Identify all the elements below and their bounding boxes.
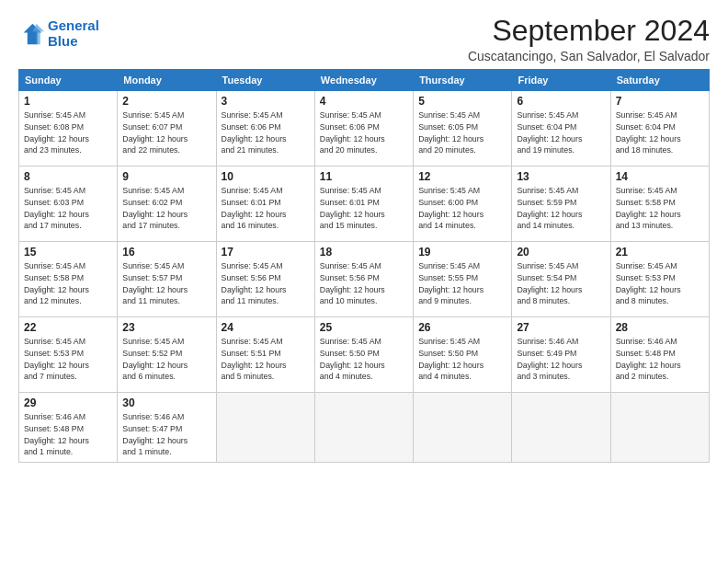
logo-icon [18, 21, 44, 47]
day-number: 3 [222, 95, 310, 108]
day-number: 29 [24, 396, 112, 409]
table-row: 14Sunrise: 5:45 AM Sunset: 5:58 PM Dayli… [610, 167, 709, 242]
logo-name: General Blue [48, 18, 99, 49]
table-row: 8Sunrise: 5:45 AM Sunset: 6:03 PM Daylig… [19, 167, 118, 242]
table-row: 5Sunrise: 5:45 AM Sunset: 6:05 PM Daylig… [414, 91, 512, 167]
table-row: 26Sunrise: 5:45 AM Sunset: 5:50 PM Dayli… [414, 317, 512, 393]
table-row: 12Sunrise: 5:45 AM Sunset: 6:00 PM Dayli… [414, 167, 512, 242]
day-number: 22 [24, 321, 112, 334]
table-row [512, 393, 610, 463]
day-info: Sunrise: 5:45 AM Sunset: 5:58 PM Dayligh… [616, 185, 704, 232]
table-row: 16Sunrise: 5:45 AM Sunset: 5:57 PM Dayli… [118, 242, 216, 317]
table-row: 28Sunrise: 5:46 AM Sunset: 5:48 PM Dayli… [610, 317, 709, 393]
day-info: Sunrise: 5:45 AM Sunset: 5:57 PM Dayligh… [122, 260, 210, 307]
table-row [216, 393, 314, 463]
table-row: 2Sunrise: 5:45 AM Sunset: 6:07 PM Daylig… [118, 91, 216, 167]
day-number: 7 [616, 95, 704, 108]
day-info: Sunrise: 5:45 AM Sunset: 5:55 PM Dayligh… [418, 260, 506, 307]
day-info: Sunrise: 5:45 AM Sunset: 6:04 PM Dayligh… [616, 109, 704, 156]
day-info: Sunrise: 5:45 AM Sunset: 5:54 PM Dayligh… [517, 260, 605, 307]
day-number: 17 [222, 246, 310, 259]
day-info: Sunrise: 5:45 AM Sunset: 6:02 PM Dayligh… [122, 185, 210, 232]
table-row: 17Sunrise: 5:45 AM Sunset: 5:56 PM Dayli… [216, 242, 314, 317]
day-number: 19 [418, 246, 506, 259]
table-row: 11Sunrise: 5:45 AM Sunset: 6:01 PM Dayli… [314, 167, 413, 242]
day-info: Sunrise: 5:45 AM Sunset: 6:04 PM Dayligh… [517, 109, 605, 156]
day-number: 26 [418, 321, 506, 334]
header: General Blue September 2024 Cuscatancing… [18, 15, 710, 63]
col-thursday: Thursday [414, 70, 512, 91]
day-number: 12 [418, 170, 506, 183]
table-row: 9Sunrise: 5:45 AM Sunset: 6:02 PM Daylig… [118, 167, 216, 242]
col-sunday: Sunday [19, 70, 118, 91]
day-info: Sunrise: 5:46 AM Sunset: 5:47 PM Dayligh… [122, 411, 210, 458]
day-info: Sunrise: 5:45 AM Sunset: 6:01 PM Dayligh… [222, 185, 310, 232]
day-number: 11 [320, 170, 408, 183]
table-row: 1Sunrise: 5:45 AM Sunset: 6:08 PM Daylig… [19, 91, 118, 167]
col-saturday: Saturday [610, 70, 709, 91]
day-number: 28 [616, 321, 704, 334]
day-number: 6 [517, 95, 605, 108]
day-info: Sunrise: 5:45 AM Sunset: 6:00 PM Dayligh… [418, 185, 506, 232]
day-number: 18 [320, 246, 408, 259]
day-info: Sunrise: 5:45 AM Sunset: 6:05 PM Dayligh… [418, 109, 506, 156]
day-info: Sunrise: 5:45 AM Sunset: 5:56 PM Dayligh… [222, 260, 310, 307]
logo: General Blue [18, 18, 99, 49]
table-row [314, 393, 413, 463]
day-number: 24 [222, 321, 310, 334]
day-number: 10 [222, 170, 310, 183]
day-info: Sunrise: 5:45 AM Sunset: 5:52 PM Dayligh… [122, 336, 210, 383]
table-row: 25Sunrise: 5:45 AM Sunset: 5:50 PM Dayli… [314, 317, 413, 393]
col-wednesday: Wednesday [314, 70, 413, 91]
day-number: 1 [24, 95, 112, 108]
day-info: Sunrise: 5:45 AM Sunset: 6:03 PM Dayligh… [24, 185, 112, 232]
day-number: 14 [616, 170, 704, 183]
table-row: 15Sunrise: 5:45 AM Sunset: 5:58 PM Dayli… [19, 242, 118, 317]
day-info: Sunrise: 5:45 AM Sunset: 5:50 PM Dayligh… [418, 336, 506, 383]
day-info: Sunrise: 5:46 AM Sunset: 5:49 PM Dayligh… [517, 336, 605, 383]
day-info: Sunrise: 5:45 AM Sunset: 6:01 PM Dayligh… [320, 185, 408, 232]
day-number: 13 [517, 170, 605, 183]
col-friday: Friday [512, 70, 610, 91]
table-row: 20Sunrise: 5:45 AM Sunset: 5:54 PM Dayli… [512, 242, 610, 317]
table-row: 29Sunrise: 5:46 AM Sunset: 5:48 PM Dayli… [19, 393, 118, 463]
table-row [414, 393, 512, 463]
day-info: Sunrise: 5:45 AM Sunset: 5:56 PM Dayligh… [320, 260, 408, 307]
day-info: Sunrise: 5:45 AM Sunset: 5:59 PM Dayligh… [517, 185, 605, 232]
table-row: 22Sunrise: 5:45 AM Sunset: 5:53 PM Dayli… [19, 317, 118, 393]
calendar-table: Sunday Monday Tuesday Wednesday Thursday… [18, 69, 710, 463]
day-number: 15 [24, 246, 112, 259]
day-number: 20 [517, 246, 605, 259]
table-row: 30Sunrise: 5:46 AM Sunset: 5:47 PM Dayli… [118, 393, 216, 463]
table-row: 19Sunrise: 5:45 AM Sunset: 5:55 PM Dayli… [414, 242, 512, 317]
header-row: Sunday Monday Tuesday Wednesday Thursday… [19, 70, 710, 91]
table-row: 13Sunrise: 5:45 AM Sunset: 5:59 PM Dayli… [512, 167, 610, 242]
day-info: Sunrise: 5:45 AM Sunset: 6:08 PM Dayligh… [24, 109, 112, 156]
day-info: Sunrise: 5:45 AM Sunset: 6:07 PM Dayligh… [122, 109, 210, 156]
day-info: Sunrise: 5:45 AM Sunset: 6:06 PM Dayligh… [320, 109, 408, 156]
month-title: September 2024 [468, 15, 710, 47]
table-row: 24Sunrise: 5:45 AM Sunset: 5:51 PM Dayli… [216, 317, 314, 393]
day-number: 21 [616, 246, 704, 259]
day-number: 23 [122, 321, 210, 334]
day-info: Sunrise: 5:45 AM Sunset: 5:58 PM Dayligh… [24, 260, 112, 307]
table-row: 7Sunrise: 5:45 AM Sunset: 6:04 PM Daylig… [610, 91, 709, 167]
table-row: 10Sunrise: 5:45 AM Sunset: 6:01 PM Dayli… [216, 167, 314, 242]
table-row: 6Sunrise: 5:45 AM Sunset: 6:04 PM Daylig… [512, 91, 610, 167]
day-info: Sunrise: 5:45 AM Sunset: 5:53 PM Dayligh… [24, 336, 112, 383]
page: General Blue September 2024 Cuscatancing… [0, 0, 728, 563]
table-row: 18Sunrise: 5:45 AM Sunset: 5:56 PM Dayli… [314, 242, 413, 317]
col-tuesday: Tuesday [216, 70, 314, 91]
day-info: Sunrise: 5:45 AM Sunset: 6:06 PM Dayligh… [222, 109, 310, 156]
day-number: 30 [122, 396, 210, 409]
day-number: 27 [517, 321, 605, 334]
col-monday: Monday [118, 70, 216, 91]
location: Cuscatancingo, San Salvador, El Salvador [468, 49, 710, 63]
table-row: 4Sunrise: 5:45 AM Sunset: 6:06 PM Daylig… [314, 91, 413, 167]
day-number: 25 [320, 321, 408, 334]
table-row: 3Sunrise: 5:45 AM Sunset: 6:06 PM Daylig… [216, 91, 314, 167]
day-number: 16 [122, 246, 210, 259]
title-block: September 2024 Cuscatancingo, San Salvad… [468, 15, 710, 63]
table-row: 21Sunrise: 5:45 AM Sunset: 5:53 PM Dayli… [610, 242, 709, 317]
day-number: 5 [418, 95, 506, 108]
